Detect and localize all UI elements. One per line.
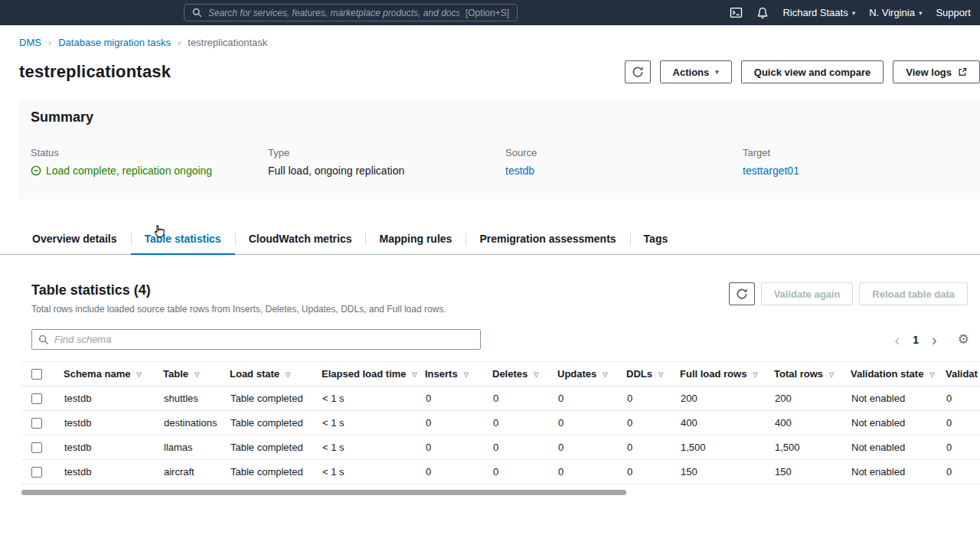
cell-deletes: 0	[492, 460, 557, 484]
tab-premigration-assessments[interactable]: Premigration assessments	[466, 226, 629, 254]
row-checkbox[interactable]	[31, 418, 42, 429]
column-header-updates[interactable]: Updates▽	[557, 362, 626, 386]
row-select-cell	[21, 435, 64, 460]
reload-table-data-button[interactable]: Reload table data	[859, 282, 968, 305]
quick-view-button-label: Quick view and compare	[754, 67, 871, 78]
table-row: testdbllamasTable completed< 1 s00001,50…	[21, 435, 980, 460]
summary-fields: StatusLoad complete, replication ongoing…	[31, 147, 980, 177]
column-header-schema-name[interactable]: Schema name▽	[64, 362, 163, 386]
refresh-button[interactable]	[625, 60, 651, 83]
breadcrumb-item[interactable]: Database migration tasks	[58, 37, 171, 48]
column-label: Deletes	[492, 368, 528, 380]
support-menu[interactable]: Support	[936, 7, 971, 18]
column-label: Updates	[557, 368, 596, 380]
chevron-left-icon[interactable]: ‹	[893, 332, 902, 347]
column-label: Validat	[946, 368, 978, 380]
select-all-checkbox[interactable]	[31, 369, 42, 380]
column-header-full-load-rows[interactable]: Full load rows▽	[680, 362, 774, 386]
cell-updates: 0	[557, 460, 626, 484]
tab-table-statistics[interactable]: Table statistics	[131, 226, 235, 255]
column-label: Full load rows	[680, 368, 746, 380]
refresh-table-button[interactable]	[729, 282, 755, 305]
horizontal-scrollbar[interactable]	[21, 490, 626, 495]
cell-validat: 0	[946, 435, 980, 460]
cell-table: destinations	[163, 411, 230, 435]
tab-mapping-rules[interactable]: Mapping rules	[365, 226, 466, 254]
cell-inserts: 0	[425, 460, 492, 484]
column-header-validat[interactable]: Validat▽	[946, 362, 980, 386]
sort-icon: ▽	[929, 371, 934, 378]
sort-icon: ▽	[603, 371, 607, 378]
tab-tags[interactable]: Tags	[630, 226, 682, 254]
column-header-total-rows[interactable]: Total rows▽	[774, 362, 851, 386]
summary-field-type: TypeFull load, ongoing replication	[268, 147, 505, 177]
settings-gear-icon[interactable]: ⚙	[958, 331, 969, 347]
breadcrumb-separator: ›	[178, 37, 181, 48]
current-page[interactable]: 1	[913, 334, 919, 346]
refresh-icon	[632, 66, 644, 78]
row-checkbox[interactable]	[31, 393, 42, 404]
caret-down-icon: ▾	[852, 9, 856, 17]
account-menu[interactable]: Richard Staats ▾	[782, 7, 855, 18]
cell-deletes: 0	[492, 386, 557, 411]
chevron-right-icon[interactable]: ›	[930, 332, 939, 347]
column-label: Inserts	[425, 368, 458, 380]
validate-again-button[interactable]: Validate again	[761, 282, 854, 305]
breadcrumb-item[interactable]: DMS	[19, 37, 41, 48]
nav-search[interactable]: [Option+S]	[184, 4, 518, 21]
notifications-bell-icon[interactable]	[756, 7, 769, 19]
column-label: Validation state	[851, 368, 923, 380]
cell-updates: 0	[557, 411, 626, 435]
cell-ddls: 0	[626, 411, 680, 435]
find-schema-box[interactable]	[31, 329, 481, 350]
column-header-load-state[interactable]: Load state▽	[230, 362, 322, 386]
table-controls-row: ‹ 1 › ⚙	[0, 315, 980, 350]
cell-inserts: 0	[425, 386, 492, 411]
caret-down-icon: ▾	[715, 68, 719, 76]
tab-cloudwatch-metrics[interactable]: CloudWatch metrics	[235, 226, 366, 254]
cell-validation-state: Not enabled	[851, 411, 946, 435]
cell-full-load-rows: 150	[680, 460, 774, 484]
page-header: testreplicationtask Actions ▾ Quick view…	[0, 48, 980, 83]
column-header-table[interactable]: Table▽	[163, 362, 230, 386]
row-checkbox[interactable]	[31, 442, 42, 453]
column-header-deletes[interactable]: Deletes▽	[492, 362, 557, 386]
column-label: Schema name	[64, 368, 130, 380]
column-header-ddls[interactable]: DDLs▽	[626, 362, 680, 386]
view-logs-button[interactable]: View logs	[893, 60, 980, 83]
field-value-target[interactable]: testtarget01	[743, 165, 980, 177]
row-checkbox[interactable]	[31, 467, 42, 478]
column-header-elapsed-load-time[interactable]: Elapsed load time▽	[322, 362, 425, 386]
cell-deletes: 0	[492, 411, 557, 435]
summary-title: Summary	[31, 109, 980, 126]
nav-right-cluster: Richard Staats ▾ N. Virginia ▾ Support	[730, 0, 971, 25]
page-title: testreplicationtask	[19, 62, 171, 82]
status-text: Load complete, replication ongoing	[46, 165, 212, 177]
column-label: Load state	[230, 368, 279, 380]
quick-view-and-compare-button[interactable]: Quick view and compare	[741, 60, 884, 83]
cell-validat: 0	[946, 411, 980, 435]
cloudshell-icon[interactable]	[730, 6, 743, 19]
sort-icon: ▽	[194, 371, 199, 378]
caret-down-icon: ▾	[919, 9, 923, 17]
select-all-header	[21, 362, 64, 386]
nav-search-input[interactable]	[208, 8, 459, 18]
cell-load-state: Table completed	[230, 460, 322, 484]
tab-overview-details[interactable]: Overview details	[18, 226, 131, 254]
find-schema-input[interactable]	[54, 334, 474, 345]
sort-icon: ▽	[534, 371, 538, 378]
breadcrumb: DMS›Database migration tasks›testreplica…	[0, 25, 980, 48]
cell-load-state: Table completed	[230, 411, 322, 435]
cell-validation-state: Not enabled	[851, 435, 946, 460]
actions-button[interactable]: Actions ▾	[660, 60, 732, 83]
sort-icon: ▽	[413, 371, 417, 378]
field-label: Target	[743, 147, 980, 158]
cell-schema-name: testdb	[64, 386, 163, 411]
cell-elapsed-load-time: < 1 s	[322, 411, 425, 435]
field-value-source[interactable]: testdb	[505, 165, 743, 177]
region-menu-label: N. Virginia	[869, 7, 915, 18]
region-menu[interactable]: N. Virginia ▾	[869, 7, 922, 18]
column-header-validation-state[interactable]: Validation state▽	[851, 362, 946, 386]
column-header-inserts[interactable]: Inserts▽	[425, 362, 492, 386]
cell-total-rows: 1,500	[774, 435, 851, 460]
